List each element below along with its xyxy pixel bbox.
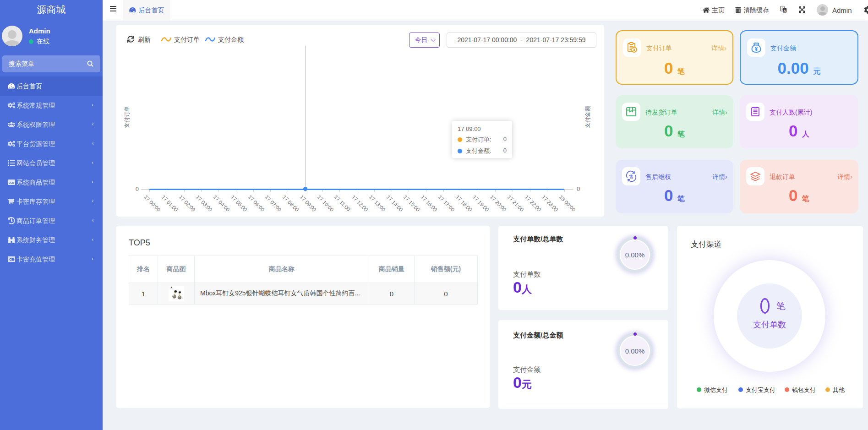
svg-text:JCB: JCB — [9, 181, 14, 184]
svg-text:售: 售 — [629, 174, 634, 179]
svg-text:A: A — [784, 9, 786, 13]
